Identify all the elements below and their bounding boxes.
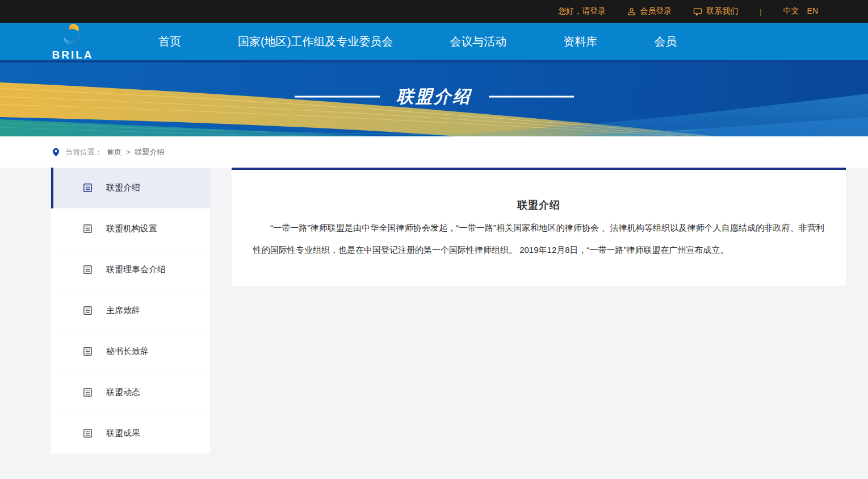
chat-icon (693, 7, 702, 16)
sidebar-item-label: 联盟成果 (106, 428, 140, 439)
contact-link[interactable]: 联系我们 (693, 6, 738, 16)
document-icon (83, 388, 93, 397)
nav-item-home[interactable]: 首页 (158, 34, 181, 49)
document-icon (83, 306, 93, 315)
lang-zh-link[interactable]: 中文 (783, 6, 799, 16)
nav-item-meetings[interactable]: 会议与活动 (450, 34, 506, 49)
login-link[interactable]: 您好，请登录 (558, 6, 606, 16)
nav-item-workgroups[interactable]: 国家(地区)工作组及专业委员会 (238, 34, 393, 49)
content-area: 联盟介绍 联盟机构设置 联盟理事 (0, 168, 868, 479)
brand-name: BRILA (52, 49, 93, 60)
nav-item-members[interactable]: 会员 (654, 34, 677, 49)
document-icon (83, 224, 93, 234)
language-switch: 中文 EN (783, 6, 818, 16)
document-icon (83, 347, 93, 356)
banner-title-line-left (295, 96, 380, 98)
main-content-card: 联盟介绍 “一带一路”律师联盟是由中华全国律师协会发起，“一带一路”相关国家和地… (232, 168, 846, 286)
content-paragraph: “一带一路”律师联盟是由中华全国律师协会发起，“一带一路”相关国家和地区的律师协… (253, 216, 824, 261)
sidebar-item-label: 联盟理事会介绍 (106, 264, 166, 275)
breadcrumb-home-link[interactable]: 首页 (107, 147, 121, 157)
breadcrumb-separator: > (126, 148, 131, 156)
lang-en-link[interactable]: EN (807, 6, 818, 16)
document-icon (83, 183, 93, 193)
user-icon (627, 7, 636, 16)
document-icon (83, 265, 93, 274)
topbar-divider: | (760, 7, 761, 16)
member-login-label: 会员登录 (640, 6, 672, 16)
breadcrumb: 当前位置： 首页 > 联盟介绍 (52, 147, 165, 157)
brand-logo-swirl-icon (61, 23, 85, 49)
sidebar-item-secretary-speech[interactable]: 秘书长致辞 (51, 331, 210, 372)
nav-item-library[interactable]: 资料库 (563, 34, 597, 49)
sidebar-item-label: 联盟介绍 (106, 182, 140, 193)
main-navbar: BRILA 首页 国家(地区)工作组及专业委员会 会议与活动 资料库 会员 (0, 23, 868, 60)
sidebar-item-label: 联盟动态 (106, 387, 140, 398)
sidebar-item-label: 秘书长致辞 (106, 346, 149, 357)
location-pin-icon (52, 148, 60, 157)
sidebar-item-intro[interactable]: 联盟介绍 (51, 168, 210, 209)
topbar: 您好，请登录 会员登录 联系我们 | 中文 EN (0, 0, 868, 23)
login-link-label: 您好，请登录 (558, 6, 606, 16)
sidebar-item-achievements[interactable]: 联盟成果 (51, 413, 210, 454)
breadcrumb-label: 当前位置： (65, 147, 102, 157)
contact-label: 联系我们 (706, 6, 738, 16)
breadcrumb-strip: 当前位置： 首页 > 联盟介绍 (0, 136, 868, 168)
sidebar-item-structure[interactable]: 联盟机构设置 (51, 209, 210, 249)
nav-links: 首页 国家(地区)工作组及专业委员会 会议与活动 资料库 会员 (158, 34, 677, 49)
page-banner: 联盟介绍 (0, 60, 868, 136)
banner-title-row: 联盟介绍 (0, 85, 868, 109)
sidebar-menu: 联盟介绍 联盟机构设置 联盟理事 (51, 168, 210, 454)
sidebar-item-label: 联盟机构设置 (106, 223, 157, 234)
brand-logo[interactable]: BRILA (45, 23, 100, 60)
sidebar-item-label: 主席致辞 (106, 305, 140, 316)
sidebar-item-news[interactable]: 联盟动态 (51, 372, 210, 413)
sidebar-item-council[interactable]: 联盟理事会介绍 (51, 249, 210, 290)
document-icon (83, 428, 93, 438)
banner-title-line-right (489, 96, 574, 98)
page-title: 联盟介绍 (397, 85, 472, 109)
content-title: 联盟介绍 (253, 198, 824, 212)
member-login-link[interactable]: 会员登录 (627, 6, 672, 16)
breadcrumb-current: 联盟介绍 (135, 147, 165, 157)
sidebar-item-chairman-speech[interactable]: 主席致辞 (51, 290, 210, 331)
